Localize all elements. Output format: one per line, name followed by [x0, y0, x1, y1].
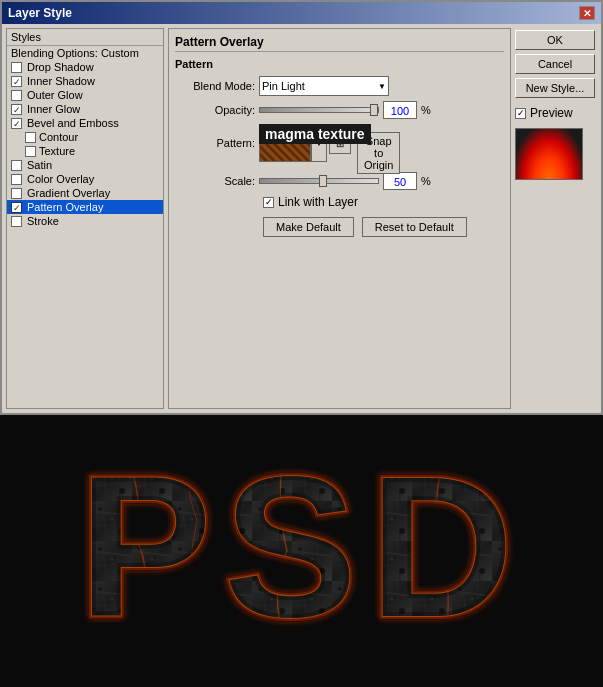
- preview-label: Preview: [530, 106, 573, 120]
- blending-options-label: Blending Options: Custom: [11, 47, 139, 59]
- snap-icon-button[interactable]: ⊞: [329, 132, 351, 154]
- drop-shadow-label: Drop Shadow: [27, 61, 94, 73]
- inner-glow-checkbox[interactable]: ✓: [11, 104, 22, 115]
- pattern-overlay-checkbox[interactable]: ✓: [11, 202, 22, 213]
- pattern-overlay-label: Pattern Overlay: [27, 201, 103, 213]
- sidebar-item-satin[interactable]: Satin: [7, 158, 163, 172]
- blend-mode-row: Blend Mode: Pin Light ▼: [175, 76, 504, 96]
- contour-label: Contour: [39, 131, 78, 143]
- scale-slider-track[interactable]: [259, 178, 379, 184]
- opacity-label: Opacity:: [175, 104, 255, 116]
- section-title: Pattern Overlay: [175, 35, 504, 52]
- scale-percent: %: [421, 175, 431, 187]
- make-default-button[interactable]: Make Default: [263, 217, 354, 237]
- contour-checkbox[interactable]: [25, 132, 36, 143]
- link-with-layer-label: Link with Layer: [278, 195, 358, 209]
- blend-mode-value: Pin Light: [262, 80, 305, 92]
- blend-mode-dropdown[interactable]: Pin Light ▼: [259, 76, 389, 96]
- opacity-slider-thumb[interactable]: [370, 104, 378, 116]
- gradient-overlay-checkbox[interactable]: [11, 188, 22, 199]
- layer-style-dialog: Layer Style ✕ Styles Blending Options: C…: [0, 0, 603, 415]
- stroke-checkbox[interactable]: [11, 216, 22, 227]
- preview-checkbox[interactable]: ✓: [515, 108, 526, 119]
- preview-row: ✓ Preview: [515, 106, 597, 120]
- inner-glow-label: Inner Glow: [27, 103, 80, 115]
- svg-text:PSD: PSD: [78, 435, 525, 658]
- sidebar-item-drop-shadow[interactable]: Drop Shadow: [7, 60, 163, 74]
- opacity-value[interactable]: 100: [383, 101, 417, 119]
- snap-to-origin-button[interactable]: Snap to Origin: [357, 132, 400, 174]
- bevel-emboss-label: Bevel and Emboss: [27, 117, 119, 129]
- sidebar-item-inner-glow[interactable]: ✓ Inner Glow: [7, 102, 163, 116]
- lava-area: PSD PSD PSD PSD PSD: [0, 415, 603, 687]
- pattern-row: Pattern: ▼ magma texture ⊞ Snap to Origi…: [175, 124, 504, 162]
- sidebar-item-inner-shadow[interactable]: ✓ Inner Shadow: [7, 74, 163, 88]
- scale-row: Scale: 50 %: [175, 172, 504, 190]
- satin-label: Satin: [27, 159, 52, 171]
- sidebar-item-blending-options[interactable]: Blending Options: Custom: [7, 46, 163, 60]
- blend-mode-label: Blend Mode:: [175, 80, 255, 92]
- preview-image: [516, 129, 582, 179]
- opacity-slider-container: 100 %: [259, 101, 431, 119]
- psd-container: PSD PSD PSD PSD PSD: [0, 415, 603, 687]
- sidebar-item-color-overlay[interactable]: Color Overlay: [7, 172, 163, 186]
- close-button[interactable]: ✕: [579, 6, 595, 20]
- sub-section-title: Pattern: [175, 58, 504, 70]
- texture-label: Texture: [39, 145, 75, 157]
- main-content: Styles Blending Options: Custom Drop Sha…: [2, 24, 601, 413]
- stroke-label: Stroke: [27, 215, 59, 227]
- settings-panel: Pattern Overlay Pattern Blend Mode: Pin …: [168, 28, 511, 409]
- link-with-layer-checkbox[interactable]: ✓: [263, 197, 274, 208]
- new-style-button[interactable]: New Style...: [515, 78, 595, 98]
- sidebar-item-texture[interactable]: Texture: [7, 144, 163, 158]
- sidebar-item-pattern-overlay[interactable]: ✓ Pattern Overlay: [7, 200, 163, 214]
- sidebar-item-bevel-emboss[interactable]: ✓ Bevel and Emboss: [7, 116, 163, 130]
- opacity-row: Opacity: 100 %: [175, 101, 504, 119]
- preview-thumbnail: [515, 128, 583, 180]
- drop-shadow-checkbox[interactable]: [11, 62, 22, 73]
- color-overlay-checkbox[interactable]: [11, 174, 22, 185]
- scale-value[interactable]: 50: [383, 172, 417, 190]
- texture-checkbox[interactable]: [25, 146, 36, 157]
- sidebar-item-outer-glow[interactable]: Outer Glow: [7, 88, 163, 102]
- sidebar-item-gradient-overlay[interactable]: Gradient Overlay: [7, 186, 163, 200]
- right-panel: OK Cancel New Style... ✓ Preview: [515, 28, 597, 409]
- scale-slider-thumb[interactable]: [319, 175, 327, 187]
- inner-shadow-checkbox[interactable]: ✓: [11, 76, 22, 87]
- styles-panel: Styles Blending Options: Custom Drop Sha…: [6, 28, 164, 409]
- sidebar-item-stroke[interactable]: Stroke: [7, 214, 163, 228]
- pattern-preview[interactable]: [259, 124, 311, 162]
- cancel-button[interactable]: Cancel: [515, 54, 595, 74]
- styles-panel-header: Styles: [7, 29, 163, 46]
- pattern-label: Pattern:: [175, 137, 255, 149]
- sidebar-item-contour[interactable]: Contour: [7, 130, 163, 144]
- lava-text-svg: PSD PSD PSD PSD PSD: [12, 421, 592, 681]
- ok-button[interactable]: OK: [515, 30, 595, 50]
- reset-default-button[interactable]: Reset to Default: [362, 217, 467, 237]
- dialog-title: Layer Style: [8, 6, 72, 20]
- outer-glow-checkbox[interactable]: [11, 90, 22, 101]
- title-bar: Layer Style ✕: [2, 2, 601, 24]
- inner-shadow-label: Inner Shadow: [27, 75, 95, 87]
- outer-glow-label: Outer Glow: [27, 89, 83, 101]
- opacity-slider-track[interactable]: [259, 107, 379, 113]
- bevel-emboss-checkbox[interactable]: ✓: [11, 118, 22, 129]
- dropdown-arrow-icon: ▼: [378, 82, 386, 91]
- scale-slider-container: 50 %: [259, 172, 431, 190]
- bottom-buttons: Make Default Reset to Default: [263, 217, 504, 237]
- link-row: ✓ Link with Layer: [263, 195, 504, 209]
- gradient-overlay-label: Gradient Overlay: [27, 187, 110, 199]
- color-overlay-label: Color Overlay: [27, 173, 94, 185]
- scale-label: Scale:: [175, 175, 255, 187]
- satin-checkbox[interactable]: [11, 160, 22, 171]
- pattern-dropdown-button[interactable]: ▼: [311, 124, 327, 162]
- opacity-percent: %: [421, 104, 431, 116]
